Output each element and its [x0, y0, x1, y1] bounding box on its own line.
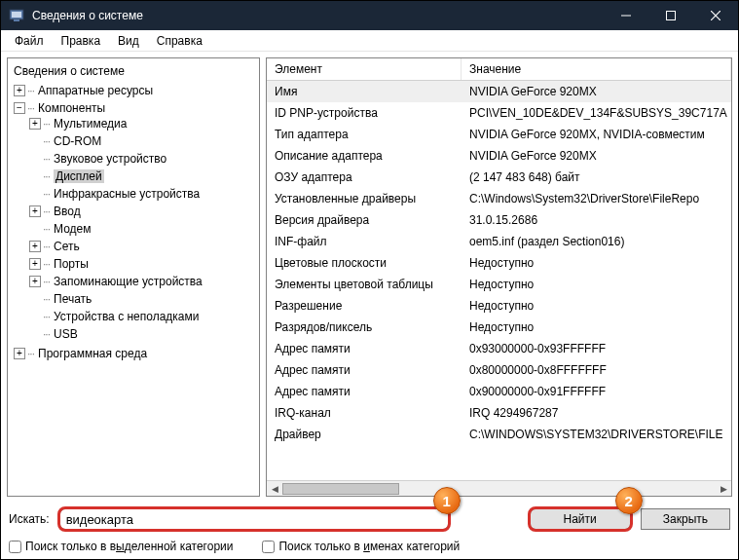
- tree-multimedia[interactable]: Мультимедиа: [54, 117, 127, 131]
- plus-icon[interactable]: +: [29, 276, 41, 287]
- close-search-button[interactable]: Закрыть: [641, 508, 730, 530]
- cell-value: C:\Windows\System32\DriverStore\FileRepo: [462, 191, 731, 206]
- table-row[interactable]: РазрешениеНедоступно: [267, 295, 731, 317]
- cell-element: Установленные драйверы: [267, 191, 462, 206]
- table-row[interactable]: INF-файлoem5.inf (раздел Section016): [267, 231, 731, 252]
- cell-element: Разрядов/пиксель: [267, 319, 462, 335]
- tree-storage[interactable]: Запоминающие устройства: [54, 275, 203, 288]
- scroll-thumb[interactable]: [282, 483, 399, 495]
- tree-components[interactable]: Компоненты: [38, 101, 105, 115]
- table-row[interactable]: ОЗУ адаптера(2 147 483 648) байт: [267, 167, 731, 188]
- cell-value: PCI\VEN_10DE&DEV_134F&SUBSYS_39C717A: [462, 105, 731, 121]
- tree-input[interactable]: Ввод: [54, 205, 81, 218]
- cell-element: Адрес памяти: [267, 362, 462, 378]
- maximize-button[interactable]: [648, 1, 693, 30]
- callout-2: 2: [615, 487, 643, 514]
- content-area: Сведения о системе +Аппаратные ресурсы −…: [1, 52, 738, 503]
- cell-element: Адрес памяти: [267, 384, 462, 399]
- cell-value: 31.0.15.2686: [462, 212, 731, 228]
- table-row[interactable]: ДрайверC:\WINDOWS\SYSTEM32\DRIVERSTORE\F…: [267, 424, 731, 445]
- tree-infrared[interactable]: Инфракрасные устройства: [54, 187, 200, 201]
- table-row[interactable]: Адрес памяти0x90000000-0x91FFFFFF: [267, 381, 731, 402]
- tree-root[interactable]: Сведения о системе: [10, 62, 257, 82]
- search-options: Поиск только в выделенной категории Поис…: [1, 534, 738, 559]
- plus-icon[interactable]: +: [29, 241, 41, 252]
- menubar: Файл Правка Вид Справка: [1, 30, 738, 52]
- svg-rect-2: [14, 19, 19, 21]
- check-category-names[interactable]: Поиск только в именах категорий: [262, 540, 460, 553]
- horizontal-scrollbar[interactable]: ◀ ▶: [267, 480, 731, 496]
- cell-value: oem5.inf (раздел Section016): [462, 234, 731, 249]
- system-info-window: Сведения о системе Файл Правка Вид Справ…: [0, 0, 739, 560]
- titlebar[interactable]: Сведения о системе: [1, 1, 738, 30]
- table-header: Элемент Значение: [267, 58, 731, 81]
- cell-element: ID PNP-устройства: [267, 105, 462, 121]
- tree-hardware[interactable]: Аппаратные ресурсы: [38, 84, 153, 97]
- minimize-button[interactable]: [604, 1, 648, 30]
- cell-value: 0x93000000-0x93FFFFFF: [462, 341, 731, 356]
- app-icon: [9, 8, 24, 23]
- cell-element: Описание адаптера: [267, 148, 462, 164]
- cell-value: 0x80000000-0x8FFFFFFF: [462, 362, 731, 378]
- table-row[interactable]: Установленные драйверыC:\Windows\System3…: [267, 188, 731, 209]
- close-button[interactable]: [693, 1, 738, 30]
- tree-cdrom[interactable]: CD-ROM: [54, 134, 101, 148]
- tree-ports[interactable]: Порты: [54, 257, 89, 271]
- menu-help[interactable]: Справка: [149, 32, 210, 50]
- table-row[interactable]: ИмяNVIDIA GeForce 920MX: [267, 81, 731, 102]
- tree-software-env[interactable]: Программная среда: [38, 347, 147, 360]
- cell-element: Цветовые плоскости: [267, 255, 462, 271]
- find-button[interactable]: Найти: [530, 508, 631, 530]
- scroll-right-icon[interactable]: ▶: [716, 481, 731, 497]
- tree-problem-devices[interactable]: Устройства с неполадками: [54, 310, 199, 323]
- tree-printing[interactable]: Печать: [54, 292, 92, 306]
- tree-network[interactable]: Сеть: [54, 240, 80, 253]
- table-row[interactable]: Элементы цветовой таблицыНедоступно: [267, 274, 731, 295]
- column-element[interactable]: Элемент: [267, 58, 462, 80]
- svg-rect-4: [667, 12, 676, 20]
- plus-icon[interactable]: +: [29, 258, 41, 270]
- minus-icon[interactable]: −: [14, 102, 25, 114]
- window-title: Сведения о системе: [32, 9, 604, 22]
- plus-icon[interactable]: +: [29, 205, 41, 217]
- cell-value: C:\WINDOWS\SYSTEM32\DRIVERSTORE\FILE: [462, 427, 731, 442]
- cell-element: Тип адаптера: [267, 127, 462, 142]
- cell-value: Недоступно: [462, 319, 731, 335]
- plus-icon[interactable]: +: [29, 118, 41, 130]
- cell-element: ОЗУ адаптера: [267, 169, 462, 185]
- menu-view[interactable]: Вид: [110, 32, 147, 50]
- check-selected-category-box[interactable]: [9, 541, 21, 553]
- table-row[interactable]: Описание адаптераNVIDIA GeForce 920MX: [267, 145, 731, 167]
- check-category-names-box[interactable]: [262, 541, 275, 553]
- category-tree[interactable]: Сведения о системе +Аппаратные ресурсы −…: [7, 57, 260, 497]
- search-panel: Искать: 1 Найти 2 Закрыть: [1, 503, 738, 534]
- table-row[interactable]: IRQ-каналIRQ 4294967287: [267, 402, 731, 424]
- tree-modem[interactable]: Модем: [54, 222, 91, 236]
- column-value[interactable]: Значение: [462, 58, 731, 80]
- table-row[interactable]: Тип адаптераNVIDIA GeForce 920MX, NVIDIA…: [267, 124, 731, 145]
- table-row[interactable]: Адрес памяти0x93000000-0x93FFFFFF: [267, 338, 731, 359]
- svg-rect-1: [12, 12, 21, 18]
- tree-display[interactable]: Дисплей: [54, 169, 104, 183]
- check-selected-category[interactable]: Поиск только в выделенной категории: [9, 540, 233, 553]
- table-row[interactable]: Версия драйвера31.0.15.2686: [267, 209, 731, 231]
- cell-value: 0x90000000-0x91FFFFFF: [462, 384, 731, 399]
- cell-value: (2 147 483 648) байт: [462, 169, 731, 185]
- plus-icon[interactable]: +: [14, 348, 25, 359]
- table-row[interactable]: Разрядов/пиксельНедоступно: [267, 317, 731, 338]
- table-body[interactable]: ИмяNVIDIA GeForce 920MXID PNP-устройства…: [267, 81, 731, 480]
- table-row[interactable]: ID PNP-устройстваPCI\VEN_10DE&DEV_134F&S…: [267, 102, 731, 124]
- tree-sound[interactable]: Звуковое устройство: [54, 152, 166, 166]
- menu-file[interactable]: Файл: [7, 32, 52, 50]
- table-row[interactable]: Цветовые плоскостиНедоступно: [267, 252, 731, 274]
- tree-usb[interactable]: USB: [54, 327, 78, 341]
- cell-element: INF-файл: [267, 234, 462, 249]
- table-row[interactable]: Адрес памяти0x80000000-0x8FFFFFFF: [267, 359, 731, 381]
- cell-element: Версия драйвера: [267, 212, 462, 228]
- cell-value: Недоступно: [462, 277, 731, 292]
- plus-icon[interactable]: +: [14, 85, 25, 96]
- menu-edit[interactable]: Правка: [54, 32, 109, 50]
- search-label: Искать:: [9, 512, 50, 526]
- search-input[interactable]: [59, 508, 449, 530]
- scroll-left-icon[interactable]: ◀: [267, 481, 282, 497]
